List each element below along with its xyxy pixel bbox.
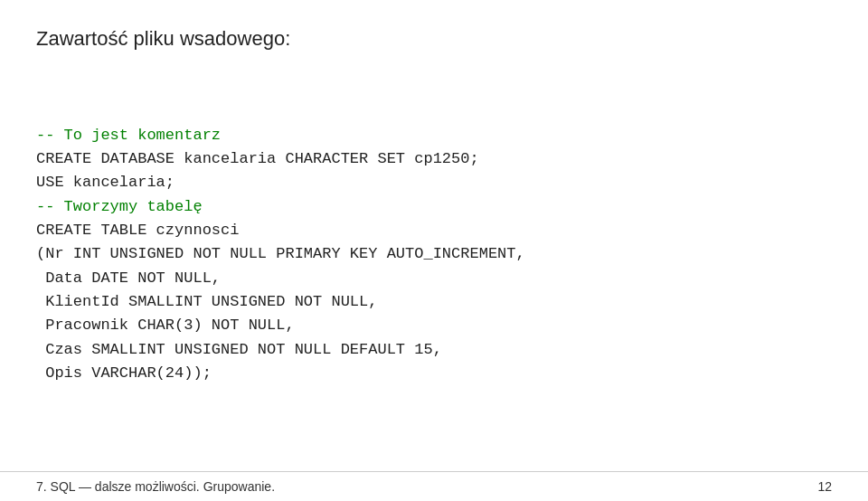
code-block: -- To jest komentarz CREATE DATABASE kan… [36, 76, 832, 453]
footer-text: 7. SQL — dalsze możliwości. Grupowanie. [36, 479, 275, 494]
code-line-6: KlientId SMALLINT UNSIGNED NOT NULL, [36, 293, 377, 310]
code-line-2: USE kancelaria; [36, 174, 175, 191]
code-line-7: Pracownik CHAR(3) NOT NULL, [36, 317, 295, 334]
code-line-4: (Nr INT UNSIGNED NOT NULL PRIMARY KEY AU… [36, 245, 525, 262]
footer: 7. SQL — dalsze możliwości. Grupowanie. … [0, 471, 868, 501]
code-line-8: Czas SMALLINT UNSIGNED NOT NULL DEFAULT … [36, 341, 442, 358]
main-content: Zawartość pliku wsadowego: -- To jest ko… [0, 0, 868, 471]
code-line-5: Data DATE NOT NULL, [36, 269, 221, 287]
comment-line-2: -- Tworzymy tabelę [36, 198, 203, 215]
comment-line-1: -- To jest komentarz [36, 127, 221, 144]
footer-page-number: 12 [817, 479, 832, 494]
footer-left: 7. SQL — dalsze możliwości. Grupowanie. [36, 479, 275, 494]
page-title: Zawartość pliku wsadowego: [36, 27, 832, 51]
code-line-3: CREATE TABLE czynnosci [36, 222, 239, 239]
code-line-1: CREATE DATABASE kancelaria CHARACTER SET… [36, 150, 479, 167]
code-line-9: Opis VARCHAR(24)); [36, 364, 212, 382]
